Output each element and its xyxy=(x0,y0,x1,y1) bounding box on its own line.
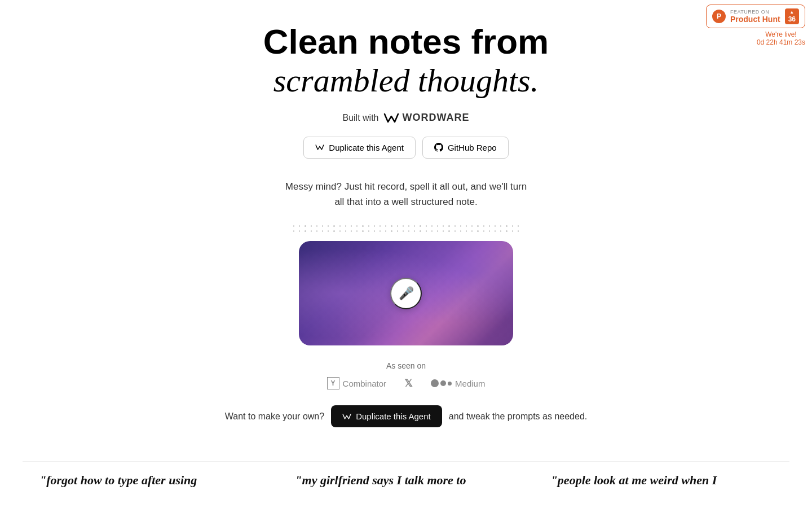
as-seen-on-section: As seen on Y Combinator 𝕏 Medium xyxy=(327,361,486,389)
dot xyxy=(414,225,415,227)
bottom-cta-row: Want to make your own? Duplicate this Ag… xyxy=(225,405,587,427)
github-icon xyxy=(434,143,443,152)
ph-logo-icon: P xyxy=(712,10,726,23)
dot xyxy=(299,225,300,227)
dot xyxy=(316,225,317,227)
dot xyxy=(397,225,398,227)
testimonial-item-2: "my girlfriend says I talk more to xyxy=(278,461,533,499)
as-seen-label: As seen on xyxy=(327,361,486,370)
dot xyxy=(379,225,381,227)
dot xyxy=(437,225,438,227)
dot xyxy=(477,225,478,227)
ph-live-label: We're live! xyxy=(757,30,805,38)
dot xyxy=(460,225,461,227)
duplicate-outline-label: Duplicate this Agent xyxy=(329,143,404,152)
testimonial-item-1: "forgot how to type after using xyxy=(23,461,278,499)
dot xyxy=(454,230,456,232)
dot xyxy=(471,230,473,232)
testimonial-3-text: "people look at me weird when I xyxy=(551,473,717,487)
dot xyxy=(414,230,415,232)
dot xyxy=(368,230,369,232)
dot xyxy=(339,230,341,232)
dot xyxy=(483,225,484,227)
duplicate-agent-dark-button[interactable]: Duplicate this Agent xyxy=(331,405,442,427)
dot xyxy=(477,230,478,232)
dot xyxy=(431,225,433,227)
testimonial-1-text: "forgot how to type after using xyxy=(39,473,197,487)
recorder-area[interactable]: 🎤 xyxy=(299,241,513,345)
description-line1: Messy mind? Just hit record, spell it al… xyxy=(285,179,527,194)
dot xyxy=(339,225,341,227)
wordware-small-icon xyxy=(315,143,324,152)
dot xyxy=(408,225,409,227)
ph-live-status: We're live! 0d 22h 41m 23s xyxy=(757,30,805,46)
hero-line1: Clean notes from xyxy=(263,23,549,61)
ph-badge-inner[interactable]: P FEATURED ON Product Hunt ▲ 36 xyxy=(706,5,805,28)
dot xyxy=(426,225,427,227)
main-content: Clean notes from scrambled thoughts. Bui… xyxy=(0,0,812,499)
x-logo: 𝕏 xyxy=(404,377,413,389)
product-hunt-badge[interactable]: P FEATURED ON Product Hunt ▲ 36 We're li… xyxy=(706,5,805,46)
github-repo-button[interactable]: GitHub Repo xyxy=(422,137,509,159)
dot xyxy=(512,230,513,232)
dot xyxy=(293,230,294,232)
wordware-icon xyxy=(383,112,399,124)
x-icon: 𝕏 xyxy=(404,377,413,389)
dot xyxy=(500,230,501,232)
dot xyxy=(454,225,456,227)
wordware-white-icon xyxy=(342,413,351,421)
ph-featured-label: FEATURED ON xyxy=(730,9,780,15)
dot xyxy=(311,225,312,227)
dot xyxy=(397,230,398,232)
dot xyxy=(362,225,363,227)
dot xyxy=(437,230,438,232)
dot xyxy=(483,230,484,232)
dot xyxy=(345,225,346,227)
dot xyxy=(426,230,427,232)
dot xyxy=(351,230,352,232)
dot xyxy=(299,230,300,232)
dot xyxy=(356,225,358,227)
dot xyxy=(512,225,513,227)
microphone-icon: 🎤 xyxy=(399,286,414,301)
bottom-cta-prefix: Want to make your own? xyxy=(225,411,324,422)
dot xyxy=(351,225,352,227)
dot xyxy=(356,230,358,232)
dot xyxy=(506,225,507,227)
yc-logo: Y Combinator xyxy=(327,377,387,389)
dot xyxy=(466,230,467,232)
duplicate-agent-outline-button[interactable]: Duplicate this Agent xyxy=(303,137,416,159)
dot xyxy=(328,225,329,227)
mic-button[interactable]: 🎤 xyxy=(390,278,422,309)
dot xyxy=(391,230,392,232)
dot xyxy=(391,225,392,227)
dot xyxy=(304,230,306,232)
dot xyxy=(374,225,375,227)
dot xyxy=(316,230,317,232)
dot-row-1 xyxy=(293,225,519,227)
description-text: Messy mind? Just hit record, spell it al… xyxy=(285,179,527,209)
medium-circle-small xyxy=(448,382,452,386)
yc-icon: Y xyxy=(327,377,339,389)
dot xyxy=(466,225,467,227)
dot xyxy=(500,225,501,227)
hero-line2: scrambled thoughts. xyxy=(263,61,549,100)
dot xyxy=(362,230,363,232)
dot xyxy=(374,230,375,232)
dot xyxy=(471,225,473,227)
dot xyxy=(518,225,519,227)
dot xyxy=(333,225,334,227)
medium-label: Medium xyxy=(455,379,485,388)
wordware-logo: WORDWARE xyxy=(383,112,470,124)
dot xyxy=(443,230,444,232)
dot xyxy=(420,225,421,227)
description-line2: all that into a well structured note. xyxy=(285,194,527,209)
dot xyxy=(403,230,404,232)
ph-countdown: 0d 22h 41m 23s xyxy=(757,38,805,46)
dot-row-2 xyxy=(293,230,519,232)
duplicate-dark-label: Duplicate this Agent xyxy=(356,411,431,421)
hero-title: Clean notes from scrambled thoughts. xyxy=(263,23,549,100)
testimonial-2-text: "my girlfriend says I talk more to xyxy=(295,473,466,487)
built-with-section: Built with WORDWARE xyxy=(342,112,469,124)
dot xyxy=(443,225,444,227)
